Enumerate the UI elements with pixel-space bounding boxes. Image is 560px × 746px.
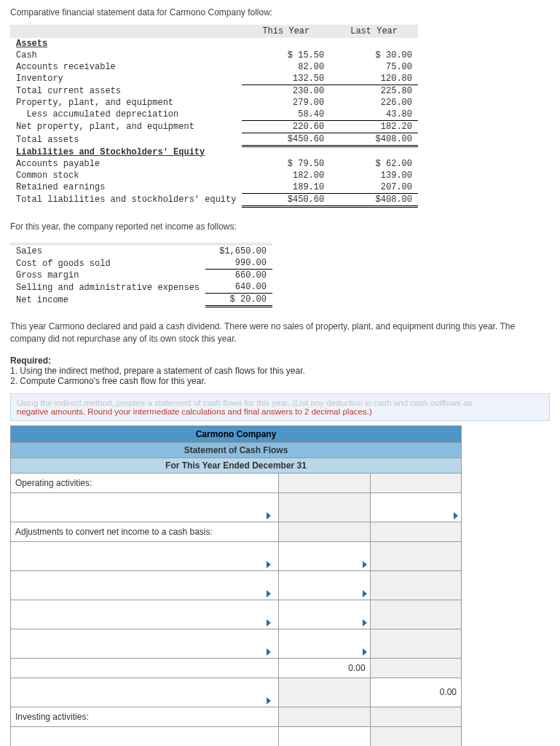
hint-cutoff-text: Using the indirect method, prepare a sta…: [17, 398, 472, 407]
row-label: Net income: [10, 294, 205, 307]
income-intro: For this year, the company reported net …: [10, 221, 550, 233]
row-this-year: 220.60: [242, 121, 330, 133]
row-this-year: 82.00: [242, 61, 330, 73]
required-1: 1. Using the indirect method, prepare a …: [10, 366, 550, 376]
dropdown-icon[interactable]: [267, 590, 271, 597]
row-value: $ 20.00: [205, 294, 272, 307]
row-this-year: 189.10: [242, 181, 330, 194]
row-value: 640.00: [205, 281, 272, 294]
row-last-year: $ 62.00: [330, 158, 418, 170]
cf-title: Carmono Company: [11, 425, 462, 442]
required-header: Required:: [10, 356, 550, 366]
dropdown-icon[interactable]: [363, 619, 367, 627]
op-total-desc[interactable]: [15, 680, 274, 694]
row-last-year: 43.80: [330, 109, 418, 121]
dropdown-icon[interactable]: [267, 561, 271, 568]
dropdown-icon[interactable]: [363, 648, 367, 656]
row-value: 990.00: [205, 257, 272, 270]
adj-line-3-amt[interactable]: [279, 602, 369, 616]
row-this-year: $ 15.50: [242, 50, 330, 61]
row-value: 660.00: [205, 270, 272, 282]
row-label: Sales: [10, 246, 205, 257]
inv-line-1-desc[interactable]: [15, 729, 274, 742]
row-last-year: 207.00: [330, 181, 418, 194]
operating-activities-label: Operating activities:: [11, 473, 279, 492]
adj-line-1-amt[interactable]: [279, 544, 369, 557]
adj-subtotal: 0.00: [279, 658, 370, 678]
col-last-year: Last Year: [330, 25, 418, 38]
dropdown-icon[interactable]: [267, 512, 271, 519]
cash-flow-template: Carmono Company Statement of Cash Flows …: [10, 425, 462, 746]
row-this-year: $450.60: [242, 133, 330, 146]
op-line-1-amt[interactable]: [371, 495, 461, 509]
row-this-year: 182.00: [242, 170, 330, 181]
row-label: Total liabilities and stockholders' equi…: [10, 193, 242, 206]
row-label: Net property, plant, and equipment: [10, 121, 242, 133]
adjustments-label: Adjustments to convert net income to a c…: [11, 522, 279, 541]
row-last-year: $408.00: [330, 133, 418, 146]
dropdown-icon[interactable]: [267, 648, 271, 656]
row-value: $1,650.00: [205, 246, 272, 257]
dropdown-icon[interactable]: [267, 697, 271, 704]
dropdown-icon[interactable]: [363, 561, 367, 568]
adj-line-2-amt[interactable]: [279, 573, 369, 586]
adj-line-1-desc[interactable]: [15, 544, 274, 557]
narrative-text: This year Carmono declared and paid a ca…: [10, 321, 550, 345]
row-label: Total current assets: [10, 85, 242, 98]
op-total: 0.00: [370, 678, 461, 707]
dropdown-icon[interactable]: [454, 512, 458, 519]
row-last-year: $ 30.00: [330, 50, 418, 61]
row-last-year: 226.00: [330, 97, 418, 109]
cf-subtitle: Statement of Cash Flows: [11, 442, 462, 458]
row-this-year: $450.60: [242, 193, 330, 206]
balance-sheet-table: This Year Last Year Assets Cash$ 15.50$ …: [10, 25, 418, 208]
liab-header: Liabilities and Stockholders' Equity: [10, 146, 242, 158]
row-this-year: 279.00: [242, 97, 330, 109]
row-last-year: 139.00: [330, 170, 418, 181]
op-line-1-desc[interactable]: [15, 495, 274, 509]
row-last-year: 75.00: [330, 61, 418, 73]
row-label: Accounts receivable: [10, 61, 242, 73]
dropdown-icon[interactable]: [363, 590, 367, 597]
adj-line-2-desc[interactable]: [15, 573, 274, 586]
row-this-year: 132.50: [242, 73, 330, 85]
row-label: Accounts payable: [10, 158, 242, 170]
row-label: Retained earnings: [10, 181, 242, 194]
row-label: Inventory: [10, 73, 242, 85]
adj-line-3-desc[interactable]: [15, 602, 274, 616]
row-label: Cash: [10, 50, 242, 61]
row-label: Total assets: [10, 133, 242, 146]
row-label: Less accumulated depreciation: [10, 109, 242, 121]
row-last-year: $408.00: [330, 193, 418, 206]
row-this-year: $ 79.50: [242, 158, 330, 170]
row-label: Cost of goods sold: [10, 257, 205, 270]
assets-header: Assets: [10, 38, 242, 50]
row-label: Selling and administrative expenses: [10, 281, 205, 294]
adj-line-4-amt[interactable]: [279, 632, 369, 645]
adj-line-4-desc[interactable]: [15, 632, 274, 645]
row-label: Property, plant, and equipment: [10, 97, 242, 109]
dropdown-icon[interactable]: [267, 619, 271, 627]
row-this-year: 230.00: [242, 85, 330, 98]
income-statement-table: Sales$1,650.00Cost of goods sold990.00Gr…: [10, 243, 272, 307]
row-last-year: 225.80: [330, 85, 418, 98]
row-this-year: 58.40: [242, 109, 330, 121]
required-2: 2. Compute Carmono's free cash flow for …: [10, 376, 550, 386]
intro-text: Comparative financial statement data for…: [10, 7, 550, 17]
row-label: Gross margin: [10, 270, 205, 282]
inv-line-1-amt[interactable]: [279, 729, 369, 742]
instruction-hint: Using the indirect method, prepare a sta…: [10, 393, 550, 421]
row-last-year: 120.80: [330, 73, 418, 85]
row-last-year: 182.20: [330, 121, 418, 133]
col-this-year: This Year: [242, 25, 330, 38]
investing-activities-label: Investing activities:: [11, 707, 279, 726]
cf-period: For This Year Ended December 31: [11, 458, 462, 473]
hint-red-text: negative amounts. Round your intermediat…: [17, 407, 372, 416]
row-label: Common stock: [10, 170, 242, 181]
